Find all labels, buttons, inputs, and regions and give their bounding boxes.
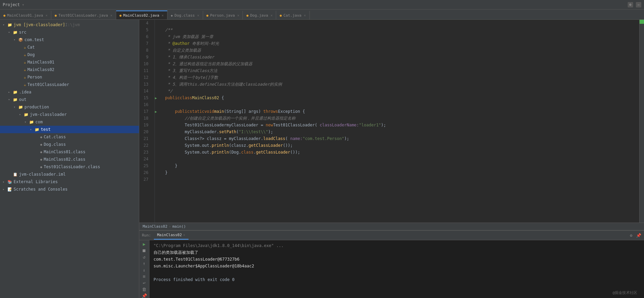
run-btn-line17[interactable]: ▶ bbox=[155, 108, 162, 115]
pin-action-btn[interactable]: 📌 bbox=[636, 233, 641, 238]
folder-icon: 📁 bbox=[29, 120, 34, 124]
tab-close-btn[interactable]: × bbox=[110, 14, 112, 17]
run-tab-close[interactable]: × bbox=[183, 233, 185, 237]
sidebar-item-external-libs[interactable]: ▸ 📚 External Libraries bbox=[0, 178, 139, 186]
sidebar-item-idea[interactable]: ▸ 📁 .idea bbox=[0, 88, 139, 96]
sidebar-item-src[interactable]: ▾ 📁 src bbox=[0, 29, 139, 36]
tab-label: Dog.java bbox=[250, 13, 268, 18]
line-num-18: 18 bbox=[139, 115, 151, 122]
arrow-icon: ▾ bbox=[19, 113, 24, 116]
tree-item-label: Person bbox=[28, 75, 42, 80]
tab-close-btn[interactable]: × bbox=[197, 14, 199, 17]
tree-item-label: out bbox=[19, 97, 26, 102]
sidebar-item-dog[interactable]: ☕ Dog bbox=[0, 51, 139, 58]
sidebar-item-mainclass02-class[interactable]: ◆ MainClass02.class bbox=[0, 156, 139, 163]
breadcrumb-item-main[interactable]: main() bbox=[172, 224, 186, 229]
editor-area: 4 5 6 7 8 9 10 11 12 13 14 15 16 17 18 1… bbox=[139, 20, 644, 230]
sidebar-item-test[interactable]: ▾ 📁 test bbox=[0, 126, 139, 133]
sidebar-item-cat-class[interactable]: ◆ Cat.class bbox=[0, 133, 139, 141]
line-num-5: 5 bbox=[139, 27, 151, 33]
code-area[interactable]: /** * jvm 类加载器 第一章 * @author 奇客时间-时光 * 自… bbox=[162, 20, 639, 223]
sidebar-item-test01classloader[interactable]: ☕ Test01ClassLoader bbox=[0, 81, 139, 88]
title-bar-left: Project ▾ bbox=[3, 2, 24, 7]
trash-btn[interactable]: 🗑 bbox=[141, 287, 148, 292]
class-file-icon: ◆ bbox=[40, 157, 42, 162]
code-line-9: * 1、继承ClassLoader bbox=[165, 54, 639, 60]
project-label[interactable]: Project bbox=[3, 2, 20, 7]
tab-close-btn[interactable]: × bbox=[162, 14, 164, 17]
sidebar-item-jvm[interactable]: ▾ 📁 jvm [jvm-classloader] I:\jvm bbox=[0, 21, 139, 29]
line-num-9: 9 bbox=[139, 54, 151, 60]
tab-mainclass02[interactable]: ● MainClass02.java × bbox=[116, 11, 167, 19]
sidebar-item-production[interactable]: ▾ 📁 production bbox=[0, 103, 139, 111]
line-numbers: 4 5 6 7 8 9 10 11 12 13 14 15 16 17 18 1… bbox=[139, 20, 155, 223]
code-line-12: * 4、构造一个byte[]字数 bbox=[165, 74, 639, 81]
tab-close-btn[interactable]: × bbox=[304, 14, 306, 17]
run-output-line-1: "C:\Program Files\Java\jdk1.8.0_144\bin\… bbox=[154, 242, 640, 249]
breadcrumb-item-mainclass02[interactable]: MainClass02 bbox=[143, 224, 167, 229]
run-sidebar: ▶ ⏹ ↺ ↑ ↓ ≡ ↩ 🗑 📌 bbox=[139, 240, 149, 298]
sidebar-item-com-test[interactable]: ▾ 📦 com.test bbox=[0, 36, 139, 43]
tree-item-label: MainClass01 bbox=[28, 60, 54, 65]
run-output-line-6: Process finished with exit code 0 bbox=[154, 276, 640, 283]
arrow-icon: ▾ bbox=[14, 105, 18, 109]
sidebar-item-test01classloader-class[interactable]: ◆ Test01ClassLoader.class bbox=[0, 163, 139, 171]
sidebar-tree: ▾ 📁 jvm [jvm-classloader] I:\jvm ▾ 📁 src… bbox=[0, 20, 139, 298]
run-tab-mainclass02[interactable]: MainClass02 × bbox=[154, 231, 189, 240]
tab-dogclass[interactable]: ◆ Dog.class × bbox=[167, 11, 203, 19]
breadcrumb: MainClass02 › main() bbox=[139, 223, 644, 230]
java-class-icon: ☕ bbox=[24, 53, 26, 57]
tree-item-label: External Libraries bbox=[14, 179, 58, 184]
stop-btn[interactable]: ⏹ bbox=[141, 248, 148, 253]
bottom-actions: ⚙ 📌 bbox=[628, 233, 641, 238]
tab-label: MainClass02.java bbox=[123, 13, 159, 18]
code-line-8: * 自定义类加载器 bbox=[165, 47, 639, 54]
tab-close-btn[interactable]: × bbox=[270, 14, 272, 17]
tab-label: Cat.java bbox=[284, 13, 302, 18]
tab-close-btn[interactable]: × bbox=[46, 14, 48, 17]
tree-item-label: jvm-classloader bbox=[30, 112, 67, 117]
minimize-btn[interactable]: — bbox=[636, 2, 641, 7]
code-line-4 bbox=[165, 20, 639, 27]
settings-action-btn[interactable]: ⚙ bbox=[628, 233, 634, 238]
tab-close-btn[interactable]: × bbox=[237, 14, 239, 17]
sidebar-item-out[interactable]: ▾ 📁 out bbox=[0, 96, 139, 103]
line-num-8: 8 bbox=[139, 47, 151, 54]
wrap-btn[interactable]: ↩ bbox=[141, 280, 148, 285]
tab-catjava[interactable]: ● Cat.java × bbox=[276, 11, 309, 19]
sidebar-item-mainclass01-class[interactable]: ◆ MainClass01.class bbox=[0, 148, 139, 156]
run-btn-line15[interactable]: ▶ bbox=[155, 94, 162, 101]
tab-person[interactable]: ● Person.java × bbox=[203, 11, 243, 19]
rerun-btn[interactable]: ↺ bbox=[141, 255, 148, 260]
tab-mainclass01[interactable]: ● MainClass01.java × bbox=[0, 11, 51, 19]
tab-dogjava[interactable]: ● Dog.java × bbox=[243, 11, 276, 19]
settings-btn[interactable]: ⚙ bbox=[628, 2, 633, 7]
scroll-down-btn[interactable]: ↓ bbox=[141, 267, 148, 273]
run-btn[interactable]: ▶ bbox=[141, 242, 148, 247]
sidebar-item-scratches[interactable]: ▸ 📝 Scratches and Consoles bbox=[0, 186, 139, 193]
pin-btn[interactable]: 📌 bbox=[141, 293, 148, 298]
tab-test01[interactable]: ● Test01ClassLoader.java × bbox=[51, 11, 116, 19]
sidebar-item-person[interactable]: ☕ Person bbox=[0, 73, 139, 81]
sidebar-item-dog-class[interactable]: ◆ Dog.class bbox=[0, 141, 139, 148]
sidebar-item-mainclass01[interactable]: ☕ MainClass01 bbox=[0, 58, 139, 66]
code-line-21: Class<?> classz = myClassLoader.loadClas… bbox=[165, 135, 639, 142]
code-line-5: /** bbox=[165, 27, 639, 33]
tree-item-label: Dog.class bbox=[44, 142, 66, 147]
java-class-icon: ☕ bbox=[24, 83, 26, 87]
sidebar-item-com[interactable]: ▾ 📁 com bbox=[0, 118, 139, 126]
class-file-icon: ◆ bbox=[40, 150, 42, 154]
arrow-icon: ▾ bbox=[24, 120, 29, 124]
sidebar-item-jvm-classloader-out[interactable]: ▾ 📁 jvm-classloader bbox=[0, 111, 139, 118]
run-output-line-3: com.test.Test01ClassLoader@677327b6 bbox=[154, 256, 640, 263]
tab-label: Person.java bbox=[210, 13, 235, 18]
code-line-18: //创建自定义类加载器的一个实例，并且通过构造器指定名称 bbox=[165, 115, 639, 122]
line-num-24: 24 bbox=[139, 156, 151, 162]
java-icon: ● bbox=[207, 14, 209, 17]
scroll-up-btn[interactable]: ↑ bbox=[141, 261, 148, 266]
filter-btn[interactable]: ≡ bbox=[141, 274, 148, 279]
tree-item-label: Cat.class bbox=[44, 135, 66, 139]
sidebar-item-mainclass02[interactable]: ☕ MainClass02 bbox=[0, 66, 139, 73]
sidebar-item-iml[interactable]: 📋 jvm-classloader.iml bbox=[0, 171, 139, 178]
sidebar-item-cat[interactable]: ☕ Cat bbox=[0, 43, 139, 51]
